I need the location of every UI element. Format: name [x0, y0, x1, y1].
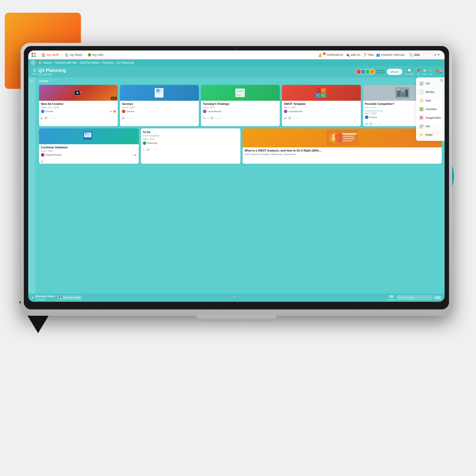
discover-section: ☀ discover more 72 results — [31, 295, 55, 301]
comments-button[interactable]: 💬 comments — [405, 68, 414, 75]
cards-row-2: Customer Database Aug 5, 2019 A AmandaTh… — [39, 128, 442, 164]
breadcrumb-projects[interactable]: Projects — [102, 61, 113, 65]
rewards-button[interactable]: 👥 rewards referrals — [376, 53, 405, 57]
card-date-findings: Jun 4, 2020 — [203, 106, 278, 109]
card-tuesdays-findings[interactable]: Tuesday's Findings Jun 4, 2020 L LaurenM… — [201, 85, 280, 126]
author-name-amanda: AmandaThomas — [45, 153, 62, 156]
help-label: help — [368, 53, 374, 57]
svg-rect-18 — [316, 88, 321, 92]
add-option-note[interactable]: 📝 note — [418, 97, 443, 104]
tab-my-feed[interactable]: 📡 my feed — [62, 52, 84, 58]
breadcrumb-home[interactable]: Home — [43, 61, 52, 65]
search-filter-icon[interactable]: ▼ — [438, 53, 440, 56]
search-settings-icon[interactable]: ⚙ — [434, 53, 437, 56]
my-stuff-icon: 🏠 — [41, 53, 46, 57]
delete-icon-customer[interactable]: 🗑 — [41, 160, 43, 163]
menu-toggle[interactable]: ☰ menu — [31, 68, 38, 75]
view-button[interactable]: ⊞ view — [423, 68, 427, 75]
comment-icon-swot[interactable]: 💬 — [289, 117, 291, 119]
card-body-swot: SWOT Template Mar 6, 2020 L LaurenMurrah — [282, 101, 361, 116]
card-swot-analysis[interactable]: What Is a SWOT Analysis, and How to Do I… — [243, 128, 442, 164]
comment-icon[interactable]: 💬 — [45, 117, 47, 119]
like-icon-competitor[interactable]: ♡ — [374, 123, 376, 125]
svg-text:O: O — [317, 95, 318, 96]
like-icon-todo[interactable]: ♡ — [151, 149, 153, 151]
card-surveys[interactable]: Surveys Jun 25, 2020 C Cmoore — [120, 85, 199, 126]
svg-text:T: T — [322, 95, 323, 96]
notifications-button[interactable]: 🔔 7 notifications — [318, 53, 343, 57]
add-option-roll[interactable]: 🔄 roll — [418, 80, 443, 87]
author-avatar-lauren: L — [203, 110, 206, 113]
comment-icon-surveys[interactable]: 💬 — [122, 117, 125, 119]
card-author-surveys: C Cmoore — [122, 110, 197, 113]
share-icon-findings[interactable]: ↗ — [219, 117, 221, 119]
collapse-button[interactable]: ⌃ — [233, 296, 236, 300]
page-subtitle: you can edit — [38, 73, 356, 76]
share-icon[interactable]: ↗ — [53, 117, 55, 119]
svg-point-3 — [34, 55, 36, 57]
add-option-file[interactable]: 📄 file/doc — [418, 88, 443, 96]
card-swot-template[interactable]: S W O T SWOT Template — [282, 85, 361, 126]
share-icon-swot[interactable]: ↗ — [297, 117, 299, 119]
svg-rect-27 — [397, 90, 401, 97]
add-option-checklist[interactable]: ✅ checklist — [418, 106, 443, 113]
keywords-input[interactable] — [396, 295, 432, 300]
check-icon-todo[interactable]: ☑ — [143, 149, 145, 151]
link-icon-swot[interactable]: 🔗 — [284, 117, 287, 119]
sort-button[interactable]: ↕ sort — [429, 68, 433, 75]
app-logo — [31, 52, 36, 58]
card-to-do[interactable]: To Do 0 of 3 completed Feb 2, 2022 E Ell… — [141, 128, 240, 164]
breadcrumb-shared[interactable]: Shared with Me — [55, 61, 77, 65]
like-icon-findings[interactable]: ♡ — [215, 117, 217, 119]
svg-rect-37 — [85, 136, 89, 136]
svg-rect-42 — [342, 133, 357, 135]
card-progress-todo: 0 of 3 completed — [143, 134, 239, 137]
comment-icon-todo[interactable]: 💬 — [147, 149, 150, 151]
tab-my-info[interactable]: 👤 my info — [85, 52, 106, 58]
tab-my-info-label: my info — [92, 53, 103, 57]
save-all-button[interactable]: 💾 save all results — [57, 296, 82, 300]
link-icon-competitor[interactable]: 🔗 — [365, 123, 368, 125]
share-icon-todo[interactable]: ↗ — [155, 149, 157, 151]
like-icon-surveys[interactable]: ♡ — [126, 117, 129, 119]
bell-icon: 🔔 — [318, 53, 322, 57]
rewards-label: rewards referrals — [381, 53, 405, 57]
author-avatar-elliot: E — [143, 141, 146, 145]
breadcrumb-stuff-work[interactable]: Stuff for Work — [80, 61, 99, 65]
add-option-link[interactable]: 🔗 link — [418, 123, 443, 130]
card-customer-database[interactable]: Customer Database Aug 5, 2019 A AmandaTh… — [39, 128, 139, 164]
share-icon-surveys[interactable]: ↗ — [130, 117, 132, 119]
pin-button[interactable]: 📌 pin — [416, 68, 421, 75]
add-keyword-button[interactable]: add — [434, 296, 442, 300]
share-button[interactable]: share — [387, 69, 402, 75]
add-option-image[interactable]: 🖼 image/video — [418, 114, 443, 121]
svg-point-0 — [32, 53, 33, 55]
like-icon-swot[interactable]: ♡ — [293, 117, 295, 119]
help-icon: ❓ — [363, 53, 367, 57]
svg-rect-29 — [405, 90, 408, 97]
search-input[interactable] — [414, 53, 433, 57]
breadcrumb-q3[interactable]: Q3 Planning — [117, 61, 134, 65]
card-new-ad-creative[interactable]: 0:15 New Ad Creative Taken: Jul 1, 2020 … — [39, 85, 118, 126]
card-date-swot: Mar 6, 2020 — [284, 106, 359, 109]
comment-icon-findings[interactable]: 💬 — [211, 117, 213, 119]
like-icon[interactable]: ♡ — [49, 117, 51, 119]
help-button[interactable]: ❓ help — [363, 53, 374, 57]
addon-button[interactable]: 🔌 add-on — [346, 53, 360, 57]
comment-icon-competitor[interactable]: 💬 — [370, 123, 372, 125]
target-icon: 🎯 — [113, 110, 116, 113]
svg-rect-38 — [83, 139, 92, 140]
attach-icon-findings[interactable]: 📎 — [203, 117, 206, 119]
keywords-icon: ⌨ keywords — [387, 295, 395, 301]
tab-my-stuff[interactable]: 🏠 my stuff — [39, 52, 61, 58]
back-button[interactable]: ‹ — [31, 60, 35, 65]
card-body-todo: To Do 0 of 3 completed Feb 2, 2022 E Ell… — [141, 128, 240, 147]
card-author-new-ad-creative: C Cmoore 1 ♥ 🎯 — [41, 110, 116, 113]
play-icon[interactable]: ▶ — [41, 117, 43, 119]
add-panel-close[interactable]: ✕ — [440, 79, 443, 82]
share-icon-competitor[interactable]: ↗ — [378, 123, 380, 125]
svg-rect-13 — [156, 89, 159, 92]
add-option-folder[interactable]: 📁 folder — [418, 131, 443, 138]
menu-icon-1[interactable]: ≡ — [31, 79, 33, 82]
svg-rect-11 — [156, 92, 161, 93]
